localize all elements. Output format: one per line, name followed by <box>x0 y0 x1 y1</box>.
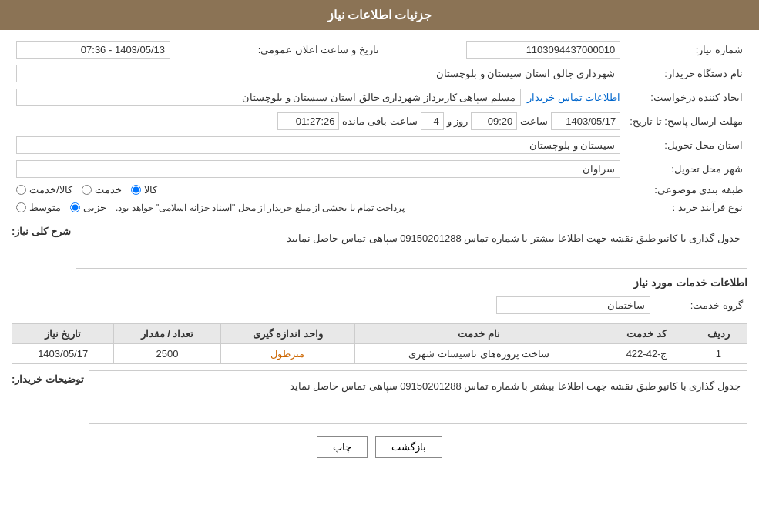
ejad-label: ایجاد کننده درخواست: <box>625 85 747 109</box>
days-value: 4 <box>421 112 444 130</box>
grohe-label: گروه خدمت: <box>655 293 747 317</box>
radio-motavaset-label: متوسط <box>29 202 61 213</box>
radio-kala-khedmat-label: کالا/خدمت <box>29 184 72 196</box>
navoe-desc: پرداخت تمام یا بخشی از مبلغ خریدار از مح… <box>116 202 405 213</box>
tarikhe-label: تاریخ و ساعت اعلان عمومی: <box>254 38 384 62</box>
col-count: تعداد / مقدار <box>114 324 220 344</box>
time-value: 09:20 <box>471 112 517 130</box>
radio-motavaset[interactable]: متوسط <box>16 202 61 213</box>
tabaqe-label: طبقه بندی موضوعی: <box>625 181 747 199</box>
page-title: جزئیات اطلاعات نیاز <box>327 8 432 22</box>
service-table: ردیف کد خدمت نام خدمت واحد اندازه گیری ت… <box>12 323 747 364</box>
col-date: تاریخ نیاز <box>12 324 114 344</box>
radio-jozei-label: جزیی <box>83 202 106 213</box>
description-value: جدول گذاری با کانیو طبق نقشه جهت اطلاعا … <box>89 370 747 424</box>
contact-link[interactable]: اطلاعات تماس خریدار <box>527 92 620 103</box>
radio-khedmat[interactable]: خدمت <box>82 184 122 196</box>
darkhast-value: شهرداری جالق استان سیستان و بلوچستان <box>16 65 620 82</box>
print-button[interactable]: چاپ <box>317 436 368 458</box>
table-row: 1ج-42-422ساخت پروژه‌های تاسیسات شهریمترط… <box>12 344 747 364</box>
remain-value: 01:27:26 <box>277 112 339 130</box>
back-button[interactable]: بازگشت <box>375 436 442 458</box>
col-code: کد خدمت <box>603 324 690 344</box>
ejad-value: مسلم سپاهی کاربرداز شهرداری جالق استان س… <box>16 89 521 106</box>
khadamat-section-title: اطلاعات خدمات مورد نیاز <box>12 276 747 289</box>
radio-jozei[interactable]: جزیی <box>70 202 106 213</box>
darkhast-label: نام دستگاه خریدار: <box>625 62 747 85</box>
ostan-label: استان محل تحویل: <box>625 133 747 157</box>
navoe-label: نوع فرآیند خرید : <box>625 199 747 216</box>
days-label: روز و <box>447 115 468 127</box>
niaaz-number-value: 1103094437000010 <box>466 41 620 59</box>
button-bar: بازگشت چاپ <box>12 436 747 458</box>
grohe-value: ساختمان <box>496 296 650 314</box>
radio-khedmat-label: خدمت <box>95 184 122 196</box>
mohlat-label: مهلت ارسال پاسخ: تا تاریخ: <box>625 109 747 133</box>
niaaz-number-label: شماره نیاز: <box>625 38 747 62</box>
shahr-label: شهر محل تحویل: <box>625 157 747 181</box>
radio-kala-label: کالا <box>144 184 157 196</box>
col-radif: ردیف <box>690 324 747 344</box>
shahr-value: سراوان <box>16 160 620 178</box>
description-label: توضیحات خریدار: <box>12 370 84 385</box>
ostan-value: سیستان و بلوچستان <box>16 136 620 154</box>
time-label: ساعت <box>520 115 548 127</box>
col-unit: واحد اندازه گیری <box>220 324 354 344</box>
radio-kala-khedmat[interactable]: کالا/خدمت <box>16 184 72 196</box>
sharh-value: جدول گذاری با کانیو طبق نقشه جهت اطلاعا … <box>76 223 747 269</box>
sharh-label: شرح کلی نیاز: <box>12 223 71 237</box>
col-name: نام خدمت <box>355 324 603 344</box>
tarikhe-value: 1403/05/13 - 07:36 <box>16 41 170 59</box>
page-header: جزئیات اطلاعات نیاز <box>0 0 759 30</box>
remain-label: ساعت باقی مانده <box>342 115 417 127</box>
radio-kala[interactable]: کالا <box>131 184 157 196</box>
date-value: 1403/05/17 <box>551 112 620 130</box>
